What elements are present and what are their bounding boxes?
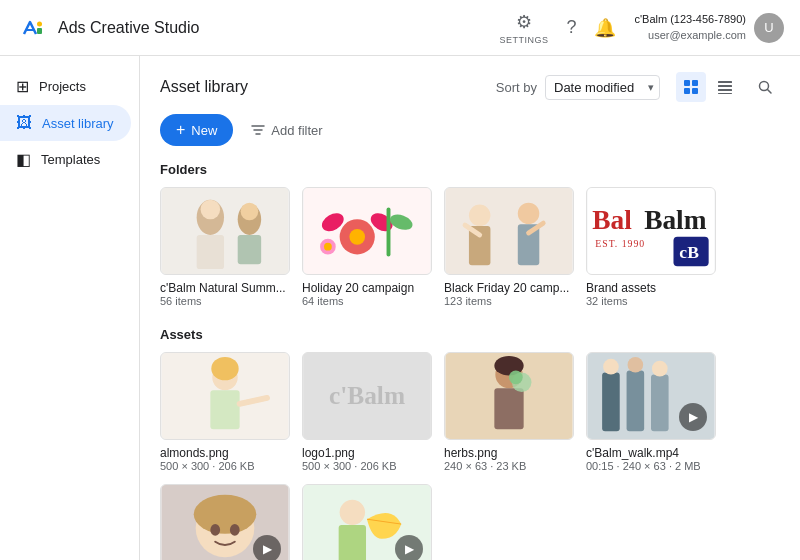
svg-text:EST. 1990: EST. 1990 — [595, 238, 645, 249]
user-text: c'Balm (123-456-7890) user@example.com — [634, 12, 746, 43]
svg-rect-10 — [718, 93, 732, 94]
sort-select-wrapper: Date modified Name Date created — [545, 75, 660, 100]
filter-button[interactable]: Add filter — [243, 117, 330, 144]
play-icon-overlay-3: ▶ — [395, 535, 423, 560]
svg-point-65 — [210, 524, 220, 536]
asset-card-banana[interactable]: ▶ banana.mp4 00:10 · 240 × 63 — [302, 484, 432, 560]
svg-text:c'Balm: c'Balm — [329, 381, 405, 409]
settings-icon: ⚙ — [516, 11, 532, 33]
folder-name-2: Black Friday 20 camp... — [444, 281, 574, 295]
svg-rect-69 — [339, 525, 366, 560]
sidebar-item-label-asset-library: Asset library — [42, 116, 114, 131]
asset-meta-0: 500 × 300 · 206 KB — [160, 460, 290, 472]
folder-name-0: c'Balm Natural Summ... — [160, 281, 290, 295]
search-button[interactable] — [750, 72, 780, 102]
svg-rect-1 — [37, 28, 42, 34]
svg-point-16 — [201, 200, 221, 220]
table-view-button[interactable] — [710, 72, 740, 102]
svg-point-59 — [603, 359, 619, 375]
folder-meta-3: 32 items — [586, 295, 716, 307]
asset-card-cbalm-walk[interactable]: ▶ c'Balm_walk.mp4 00:15 · 240 × 63 · 2 M… — [586, 352, 716, 472]
folder-meta-0: 56 items — [160, 295, 290, 307]
folder-card-holiday[interactable]: Holiday 20 campaign 64 items — [302, 187, 432, 307]
sidebar-item-templates[interactable]: ◧ Templates — [0, 141, 131, 178]
svg-point-54 — [509, 371, 523, 385]
asset-name-0: almonds.png — [160, 446, 290, 460]
sidebar-item-asset-library[interactable]: 🖼 Asset library — [0, 105, 131, 141]
app-title: Ads Creative Studio — [58, 19, 199, 37]
folders-section-title: Folders — [160, 162, 780, 177]
asset-library-icon: 🖼 — [16, 114, 32, 132]
sidebar-item-projects[interactable]: ⊞ Projects — [0, 68, 131, 105]
svg-point-66 — [230, 524, 240, 536]
svg-rect-13 — [161, 188, 288, 274]
asset-thumb-logo1: c'Balm — [302, 352, 432, 440]
folder-thumb-cbalm-natural — [160, 187, 290, 275]
sidebar-item-label-templates: Templates — [41, 152, 100, 167]
asset-card-herbs[interactable]: herbs.png 240 × 63 · 23 KB — [444, 352, 574, 472]
grid-view-button[interactable] — [676, 72, 706, 102]
svg-rect-57 — [627, 371, 645, 432]
sort-select[interactable]: Date modified Name Date created — [545, 75, 660, 100]
user-email: user@example.com — [634, 28, 746, 43]
projects-icon: ⊞ — [16, 77, 29, 96]
asset-card-almonds[interactable]: almonds.png 500 × 300 · 206 KB — [160, 352, 290, 472]
svg-line-12 — [768, 90, 772, 94]
asset-name-3: c'Balm_walk.mp4 — [586, 446, 716, 460]
folder-card-blackfriday[interactable]: Black Friday 20 camp... 123 items — [444, 187, 574, 307]
play-icon-overlay: ▶ — [679, 403, 707, 431]
svg-rect-6 — [692, 88, 698, 94]
assets-section-title: Assets — [160, 327, 780, 342]
filter-icon — [251, 123, 265, 137]
play-icon-overlay-2: ▶ — [253, 535, 281, 560]
svg-rect-5 — [684, 88, 690, 94]
svg-rect-9 — [718, 89, 732, 91]
svg-point-2 — [37, 21, 42, 26]
notifications-button[interactable]: 🔔 — [594, 17, 616, 39]
svg-rect-56 — [602, 373, 620, 432]
asset-thumb-video2: ▶ — [160, 484, 290, 560]
svg-point-45 — [211, 357, 238, 380]
svg-rect-4 — [692, 80, 698, 86]
asset-thumb-herbs — [444, 352, 574, 440]
filter-label: Add filter — [271, 123, 322, 138]
svg-rect-15 — [197, 235, 224, 269]
folder-card-brand[interactable]: Bal Balm EST. 1990 cB Brand assets 32 it… — [586, 187, 716, 307]
folder-card-cbalm-natural[interactable]: c'Balm Natural Summ... 56 items — [160, 187, 290, 307]
logo-icon — [16, 12, 48, 44]
sort-label: Sort by — [496, 80, 537, 95]
svg-rect-29 — [445, 188, 572, 274]
toolbar: + New Add filter — [160, 114, 780, 146]
svg-point-64 — [194, 495, 257, 534]
asset-card-video2[interactable]: ▶ video2.mp4 00:15 · 240 × 63 — [160, 484, 290, 560]
assets-grid: almonds.png 500 × 300 · 206 KB c'Balm lo… — [160, 352, 780, 560]
settings-button[interactable]: ⚙ SETTINGS — [499, 11, 548, 45]
templates-icon: ◧ — [16, 150, 31, 169]
svg-rect-52 — [494, 388, 523, 429]
asset-card-logo1[interactable]: c'Balm logo1.png 500 × 300 · 206 KB — [302, 352, 432, 472]
user-info: c'Balm (123-456-7890) user@example.com U — [634, 12, 784, 43]
user-avatar[interactable]: U — [754, 13, 784, 43]
svg-point-30 — [469, 205, 491, 227]
page-header: Asset library Sort by Date modified Name… — [160, 72, 780, 102]
settings-label: SETTINGS — [499, 35, 548, 45]
user-name: c'Balm (123-456-7890) — [634, 12, 746, 27]
asset-thumb-almonds — [160, 352, 290, 440]
asset-name-1: logo1.png — [302, 446, 432, 460]
svg-rect-7 — [718, 81, 732, 83]
topbar-left: Ads Creative Studio — [16, 12, 199, 44]
topbar: Ads Creative Studio ⚙ SETTINGS ? 🔔 c'Bal… — [0, 0, 800, 56]
svg-text:cB: cB — [679, 242, 699, 262]
asset-thumb-banana: ▶ — [302, 484, 432, 560]
svg-point-19 — [241, 203, 259, 221]
asset-meta-3: 00:15 · 240 × 63 · 2 MB — [586, 460, 716, 472]
svg-point-28 — [324, 243, 332, 251]
asset-thumb-cbalm-walk: ▶ — [586, 352, 716, 440]
svg-rect-3 — [684, 80, 690, 86]
help-button[interactable]: ? — [566, 17, 576, 38]
new-button[interactable]: + New — [160, 114, 233, 146]
svg-point-60 — [628, 357, 644, 373]
sidebar-item-label-projects: Projects — [39, 79, 86, 94]
folder-meta-1: 64 items — [302, 295, 432, 307]
svg-point-68 — [340, 500, 365, 525]
